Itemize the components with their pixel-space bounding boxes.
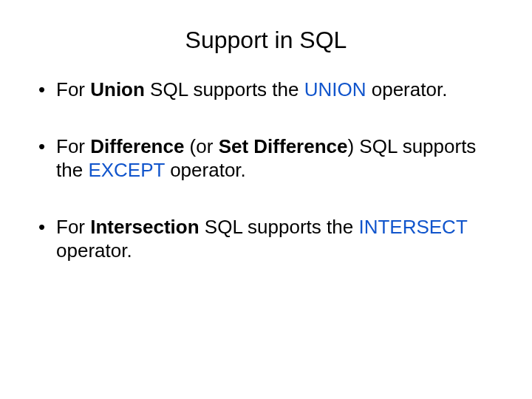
bold-term: Difference	[90, 135, 184, 157]
bold-term: Set Difference	[219, 135, 348, 157]
text-fragment: operator.	[366, 78, 448, 100]
text-fragment: SQL supports the	[200, 216, 359, 238]
list-item: For Difference (or Set Difference) SQL s…	[35, 134, 497, 183]
text-fragment: operator.	[56, 239, 132, 262]
text-fragment: SQL supports the	[145, 78, 304, 100]
bold-term: Intersection	[90, 216, 199, 238]
list-item: For Union SQL supports the UNION operato…	[35, 78, 497, 102]
text-fragment: For	[56, 135, 90, 157]
bold-term: Union	[90, 78, 145, 100]
text-fragment: operator.	[165, 159, 246, 181]
text-fragment: For	[56, 216, 90, 238]
sql-keyword: EXCEPT	[88, 159, 165, 181]
text-fragment: For	[56, 78, 90, 100]
list-item: For Intersection SQL supports the INTERS…	[35, 215, 497, 263]
text-fragment: (or	[184, 135, 218, 157]
bullet-list: For Union SQL supports the UNION operato…	[35, 78, 497, 263]
slide-title: Support in SQL	[35, 27, 497, 54]
sql-keyword: UNION	[304, 78, 366, 100]
sql-keyword: INTERSECT	[358, 216, 467, 238]
